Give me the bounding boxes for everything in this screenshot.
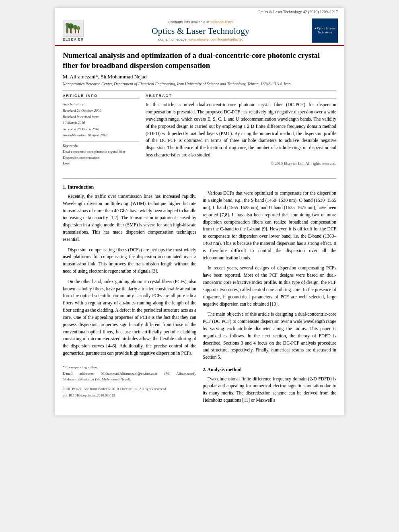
authors: M. Aliramezani*, Sh.Mohammad Nejad <box>63 74 336 80</box>
received-date: Received 24 October 2009 <box>63 108 139 114</box>
journal-title: Optics & Laser Technology <box>89 26 312 36</box>
divider-keywords <box>63 142 139 142</box>
intro-col2-p1: Various DCFs that were optimized to comp… <box>203 190 336 261</box>
svg-point-8 <box>77 26 80 30</box>
svg-point-4 <box>68 23 74 29</box>
body-col-right: Various DCFs that were optimized to comp… <box>203 179 336 407</box>
footnote-email: E-mail addresses: Mohammad.Aliramezani@e… <box>63 371 196 382</box>
article-title: Numerical analysis and optimization of a… <box>63 51 336 70</box>
accepted-date: Accepted 28 March 2010 <box>63 126 139 132</box>
body-content: 1. Introduction Recently, the traffic ov… <box>55 179 344 415</box>
affiliation: Nanoptronics Research Center, Department… <box>63 82 336 86</box>
page: Optics & Laser Technology 42 (2010) 1209… <box>55 8 344 415</box>
journal-logo-box: ✦ Optics & LaserTechnology <box>312 18 338 43</box>
article-content: Numerical analysis and optimization of a… <box>55 46 344 178</box>
keyword-2: Dispersion compensation <box>63 155 139 160</box>
keyword-1: Dual-concentric-core photonic crystal fi… <box>63 149 139 154</box>
issn-area: 0030-3992/$ - see front matter © 2010 El… <box>63 386 196 392</box>
abstract-col: ABSTRACT In this article, a novel dual-c… <box>146 94 336 166</box>
doi-line: doi:10.1016/j.optlastec.2010.03.012 <box>63 393 196 398</box>
top-bar: Optics & Laser Technology 42 (2010) 1209… <box>55 8 344 15</box>
keywords-label: Keywords: <box>63 144 139 148</box>
intro-p2: Dispersion compensating fibers (DCFs) ar… <box>63 246 196 275</box>
analysis-heading: 2. Analysis method <box>203 366 336 374</box>
footnote-star: * Corresponding author. <box>63 365 196 370</box>
article-info-label: ARTICLE INFO <box>63 94 139 99</box>
header-left: ELSEVIER <box>61 18 89 43</box>
elsevier-wordmark: ELSEVIER <box>63 37 84 41</box>
analysis-p1: Two dimensional finite difference freque… <box>203 376 336 404</box>
intro-p3: On the other hand, index-guiding photoni… <box>63 278 196 357</box>
intro-heading: 1. Introduction <box>63 183 196 191</box>
header-center: Contents lists available at ScienceDirec… <box>89 20 312 41</box>
journal-homepage: journal homepage: www.elsevier.com/locat… <box>89 37 312 41</box>
intro-col2-p3: The main objective of this article is de… <box>203 311 336 361</box>
info-abstract-row: ARTICLE INFO Article history: Received 2… <box>63 94 336 166</box>
available-date: Available online 18 April 2010 <box>63 132 139 138</box>
intro-p1: Recently, the traffic over transmission … <box>63 193 196 243</box>
issn-text: 0030-3992/$ - see front matter © 2010 El… <box>63 386 167 392</box>
homepage-link[interactable]: www.elsevier.com/locate/optlastec <box>189 37 244 41</box>
keyword-3: Loss <box>63 160 139 166</box>
abstract-text: In this article, a novel dual-concentric… <box>146 101 336 159</box>
revised-date: Received in revised form 10 March 2010 <box>63 114 139 126</box>
svg-point-6 <box>73 25 77 30</box>
keywords-list: Dual-concentric-core photonic crystal fi… <box>63 149 139 166</box>
footnote-area: * Corresponding author. E-mail addresses… <box>63 362 196 382</box>
elsevier-tree-svg <box>65 21 81 35</box>
sciencedirect-link[interactable]: ScienceDirect <box>210 20 233 24</box>
body-col-left: 1. Introduction Recently, the traffic ov… <box>63 179 196 407</box>
journal-ref: Optics & Laser Technology 42 (2010) 1209… <box>257 10 338 14</box>
article-history: Article history: Received 24 October 200… <box>63 101 139 138</box>
intro-col2-p2: In recent years, several designs of disp… <box>203 265 336 308</box>
body-two-col: 1. Introduction Recently, the traffic ov… <box>63 179 336 407</box>
journal-header: ELSEVIER Contents lists available at Sci… <box>55 15 344 46</box>
elsevier-logo-image <box>63 20 84 37</box>
journal-logo-text: ✦ Optics & LaserTechnology <box>314 27 336 35</box>
article-info: ARTICLE INFO Article history: Received 2… <box>63 94 139 166</box>
divider-1 <box>63 90 336 90</box>
sciencedirect-line: Contents lists available at ScienceDirec… <box>89 20 312 24</box>
abstract-label: ABSTRACT <box>146 94 336 99</box>
history-label: Article history: <box>63 101 139 107</box>
elsevier-logo: ELSEVIER <box>61 18 85 43</box>
copyright: © 2010 Elsevier Ltd. All rights reserved… <box>146 161 336 166</box>
